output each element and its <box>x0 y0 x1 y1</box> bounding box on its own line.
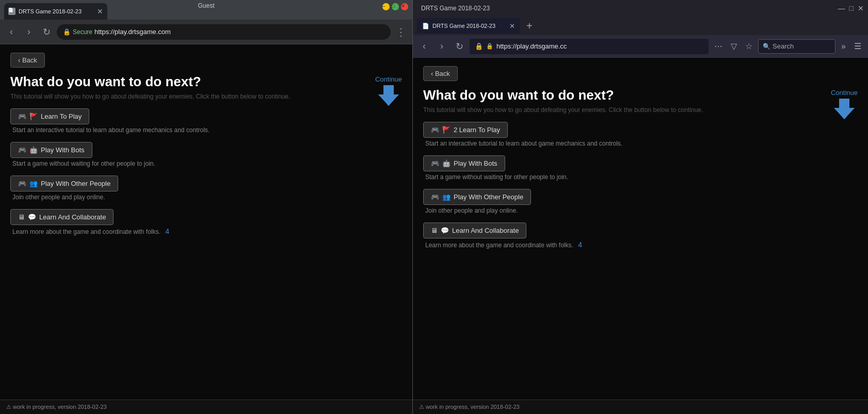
gamepad2-icon: 🎮 <box>18 146 26 154</box>
ff-tab-title: DRTS Game 2018-02-23 <box>432 23 495 29</box>
right-flag-icon: 🚩 <box>442 126 451 134</box>
close-btn[interactable]: ✕ <box>401 3 408 10</box>
ff-tab-close-btn[interactable]: ✕ <box>509 22 515 30</box>
ff-secure-icon: 🔒 <box>486 43 493 50</box>
left-learn-to-play-btn[interactable]: 🎮 🚩 Learn To Play <box>10 108 89 124</box>
left-browser: Guest 📄 DRTS Game 2018-02-23 ✕ – □ ✕ ‹ ›… <box>0 0 413 414</box>
ff-url-text: https://play.drtsgame.cc <box>496 42 567 50</box>
ff-maximize-btn[interactable]: □ <box>849 4 854 12</box>
continue-arrow-icon <box>378 85 399 106</box>
left-page-subtitle: This tutorial will show you how to go ab… <box>10 93 402 100</box>
left-option-learn-and-collaborate: 🖥 💬 Learn And Collaborate Learn more abo… <box>10 209 402 235</box>
chat-icon: 💬 <box>28 213 36 221</box>
left-page-content: ‹ Back What do you want to do next? This… <box>0 44 412 400</box>
ff-bookmark-btn[interactable]: ☆ <box>743 39 755 53</box>
right-continue-btn[interactable]: Continue <box>831 89 858 119</box>
ff-lock-icon: 🔒 <box>475 42 483 50</box>
right-gamepad-icon: 🎮 <box>431 126 439 134</box>
ff-chevron-right-btn[interactable]: » <box>839 40 848 53</box>
back-navigation-btn[interactable]: ‹ <box>4 25 19 39</box>
ff-window-controls: — □ ✕ <box>838 4 864 12</box>
ff-tab-active[interactable]: 📄 DRTS Game 2018-02-23 ✕ <box>417 18 520 34</box>
left-learn-to-play-desc: Start an interactive tutorial to learn a… <box>12 126 402 134</box>
left-back-btn[interactable]: ‹ Back <box>10 53 45 68</box>
right-chat-icon: 💬 <box>441 227 449 234</box>
chrome-tab-active[interactable]: 📄 DRTS Game 2018-02-23 ✕ <box>4 3 107 20</box>
right-gamepad2-icon: 🎮 <box>431 160 439 167</box>
left-play-with-bots-desc: Start a game without waiting for other p… <box>12 160 402 167</box>
left-play-with-bots-btn[interactable]: 🎮 🤖 Play With Bots <box>10 142 92 158</box>
right-play-with-bots-btn[interactable]: 🎮 🤖 Play With Bots <box>423 155 505 171</box>
ff-minimize-btn[interactable]: — <box>838 4 845 12</box>
chrome-address-bar: ‹ › ↻ 🔒 Secure https://play.drtsgame.com… <box>0 20 412 44</box>
left-option-play-with-other-people: 🎮 👥 Play With Other People Join other pe… <box>10 176 402 201</box>
gamepad-icon: 🎮 <box>18 113 26 120</box>
minimize-btn[interactable]: – <box>382 3 390 10</box>
ff-url-input[interactable]: 🔒 🔒 https://play.drtsgame.cc <box>470 39 709 54</box>
ff-pocket-btn[interactable]: ▽ <box>728 39 740 53</box>
right-play-with-other-people-desc: Join other people and play online. <box>425 207 858 214</box>
ff-back-btn[interactable]: ‹ <box>417 39 431 54</box>
ff-title-bar: DRTS Game 2018-02-23 — □ ✕ <box>413 0 868 17</box>
right-monitor-icon: 🖥 <box>431 227 438 234</box>
chrome-menu-btn[interactable]: ⋮ <box>394 24 408 40</box>
secure-icon: 🔒 <box>63 28 71 36</box>
ff-more-btn[interactable]: ⋯ <box>712 39 725 53</box>
right-status-text: ⚠ work in progress, version 2018-02-23 <box>419 404 520 410</box>
right-browser: DRTS Game 2018-02-23 — □ ✕ 📄 DRTS Game 2… <box>413 0 868 414</box>
ff-tab-bar: 📄 DRTS Game 2018-02-23 ✕ + <box>413 17 868 35</box>
ff-new-tab-btn[interactable]: + <box>522 20 537 32</box>
ff-search-placeholder: Search <box>773 42 794 50</box>
right-option-play-with-other-people: 🎮 👥 Play With Other People Join other pe… <box>423 189 858 214</box>
ff-address-bar: ‹ › ↻ 🔒 🔒 https://play.drtsgame.cc ⋯ ▽ ☆… <box>413 35 868 58</box>
left-continue-label: Continue <box>375 75 402 83</box>
gamepad3-icon: 🎮 <box>18 180 26 187</box>
right-bot-icon: 🤖 <box>442 160 451 167</box>
right-status-bar: ⚠ work in progress, version 2018-02-23 <box>413 400 868 414</box>
left-collaborate-badge: 4 <box>165 227 169 235</box>
right-play-with-other-people-btn[interactable]: 🎮 👥 Play With Other People <box>423 189 531 205</box>
tab-favicon: 📄 <box>8 8 15 15</box>
left-option-play-with-bots: 🎮 🤖 Play With Bots Start a game without … <box>10 142 402 167</box>
left-continue-btn[interactable]: Continue <box>375 75 402 106</box>
monitor-icon: 🖥 <box>18 213 25 221</box>
right-page-subtitle: This tutorial will show you how to go ab… <box>423 106 858 114</box>
right-learn-and-collaborate-btn[interactable]: 🖥 💬 Learn And Collaborate <box>423 222 526 238</box>
ff-hamburger-btn[interactable]: ☰ <box>851 39 864 53</box>
right-continue-label: Continue <box>831 89 858 97</box>
right-option-learn-and-collaborate: 🖥 💬 Learn And Collaborate Learn more abo… <box>423 222 858 249</box>
left-learn-and-collaborate-btn[interactable]: 🖥 💬 Learn And Collaborate <box>10 209 114 225</box>
right-gamepad3-icon: 🎮 <box>431 193 439 201</box>
ff-search-input[interactable]: 🔍 Search <box>758 39 835 54</box>
left-learn-and-collaborate-desc: Learn more about the game and coordinate… <box>12 227 402 235</box>
reload-btn[interactable]: ↻ <box>39 25 54 39</box>
right-learn-to-play-btn[interactable]: 🎮 🚩 2 Learn To Play <box>423 122 508 138</box>
maximize-btn[interactable]: □ <box>392 3 399 10</box>
right-people-icon: 👥 <box>442 193 451 201</box>
ff-close-btn[interactable]: ✕ <box>858 4 864 12</box>
right-page-heading: What do you want to do next? <box>423 87 858 103</box>
right-play-with-bots-desc: Start a game without waiting for other p… <box>425 173 858 181</box>
chrome-user-label: Guest <box>198 2 214 9</box>
right-page-content: ‹ Back What do you want to do next? This… <box>413 58 868 400</box>
address-bar-input[interactable]: 🔒 Secure https://play.drtsgame.com <box>57 24 391 40</box>
right-option-play-with-bots: 🎮 🤖 Play With Bots Start a game without … <box>423 155 858 181</box>
chrome-tab-bar: Guest 📄 DRTS Game 2018-02-23 ✕ – □ ✕ <box>0 0 412 20</box>
right-collaborate-badge: 4 <box>578 241 582 249</box>
right-back-btn[interactable]: ‹ Back <box>423 66 458 81</box>
left-option-learn-to-play: 🎮 🚩 Learn To Play Start an interactive t… <box>10 108 402 134</box>
left-status-bar: ⚠ work in progress, version 2018-02-23 <box>0 400 412 414</box>
ff-forward-btn[interactable]: › <box>435 39 449 54</box>
people-icon: 👥 <box>29 180 38 187</box>
secure-label: Secure <box>73 28 92 36</box>
ff-reload-btn[interactable]: ↻ <box>452 39 467 54</box>
left-play-with-other-people-btn[interactable]: 🎮 👥 Play With Other People <box>10 176 118 192</box>
forward-navigation-btn[interactable]: › <box>22 25 36 39</box>
left-status-text: ⚠ work in progress, version 2018-02-23 <box>6 404 107 410</box>
ff-title-text: DRTS Game 2018-02-23 <box>421 5 490 12</box>
right-option-learn-to-play: 🎮 🚩 2 Learn To Play Start an interactive… <box>423 122 858 147</box>
right-learn-to-play-desc: Start an interactive tutorial to learn a… <box>425 140 858 147</box>
bot-icon: 🤖 <box>29 146 38 154</box>
tab-close-btn[interactable]: ✕ <box>97 7 103 15</box>
right-learn-and-collaborate-desc: Learn more about the game and coordinate… <box>425 241 858 249</box>
